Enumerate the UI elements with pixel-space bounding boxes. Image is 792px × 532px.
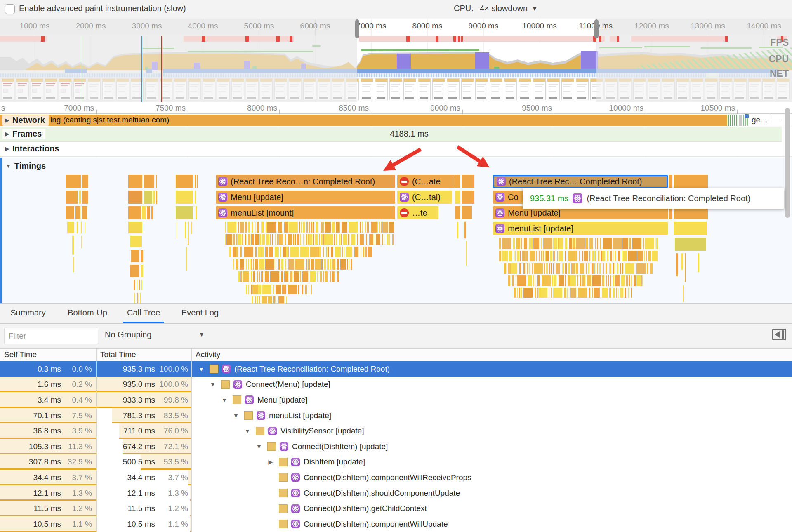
timing-mark[interactable] — [546, 263, 548, 274]
timing-mark[interactable] — [328, 247, 329, 257]
timing-mark[interactable] — [630, 238, 631, 249]
timing-mark[interactable] — [177, 222, 177, 238]
header-total-time[interactable]: Total Time — [100, 350, 136, 359]
timing-mark[interactable] — [618, 251, 620, 261]
timing-mark[interactable] — [641, 275, 642, 286]
timing-mark[interactable] — [288, 247, 289, 257]
timing-mark[interactable] — [248, 222, 250, 233]
timing-mark[interactable] — [551, 288, 552, 298]
timing-mark[interactable] — [538, 288, 547, 298]
timing-mark[interactable] — [533, 238, 539, 249]
timing-mark[interactable] — [295, 234, 296, 245]
timing-mark[interactable] — [67, 222, 74, 233]
timing-mark[interactable] — [66, 175, 81, 188]
timing-mark[interactable] — [371, 222, 377, 233]
timing-mark[interactable] — [589, 288, 590, 298]
timing-mark[interactable] — [565, 275, 566, 286]
timing-mark[interactable] — [270, 271, 279, 282]
timing-mark[interactable] — [284, 222, 288, 233]
timing-mark[interactable] — [629, 238, 630, 249]
disclosure-right-icon[interactable]: ▶ — [266, 459, 275, 465]
timing-mark[interactable] — [556, 263, 560, 274]
timing-mark[interactable] — [308, 234, 309, 245]
timing-mark[interactable] — [261, 271, 263, 282]
timing-mark[interactable] — [258, 285, 261, 294]
timing-mark[interactable] — [240, 222, 244, 233]
timing-mark[interactable] — [514, 251, 514, 261]
timing-mark[interactable] — [675, 238, 706, 251]
timing-mark[interactable] — [336, 222, 339, 233]
timing-mark[interactable] — [303, 222, 305, 233]
timing-mark[interactable] — [272, 234, 273, 245]
timing-mark[interactable] — [517, 251, 519, 261]
table-row[interactable]: 34.4 ms3.7 %34.4 ms3.7 %Connect(DishItem… — [0, 470, 792, 485]
timing-mark[interactable] — [317, 271, 318, 282]
timing-mark[interactable] — [608, 275, 609, 286]
timing-mark[interactable] — [543, 238, 552, 249]
timing-mark[interactable] — [621, 275, 625, 286]
timing-mark[interactable] — [141, 265, 143, 277]
timing-mark[interactable] — [376, 234, 380, 245]
timing-mark[interactable] — [302, 285, 303, 294]
timing-mark[interactable] — [330, 271, 331, 282]
timing-mark[interactable] — [613, 263, 614, 274]
timing-mark[interactable] — [517, 288, 518, 298]
timing-mark[interactable] — [259, 259, 264, 270]
timing-mark[interactable] — [568, 251, 577, 261]
timing-mark[interactable] — [592, 238, 593, 249]
timing-mark[interactable] — [245, 222, 247, 233]
timing-mark[interactable] — [323, 222, 324, 233]
timing-mark[interactable] — [258, 247, 264, 257]
timing-mark[interactable] — [252, 222, 253, 233]
timing-mark[interactable] — [351, 259, 352, 270]
timing-mark[interactable] — [319, 247, 321, 257]
filmstrip-thumbnail[interactable] — [361, 78, 373, 100]
timing-mark[interactable] — [339, 234, 340, 245]
timing-mark[interactable] — [613, 238, 622, 249]
timing-mark[interactable] — [389, 234, 390, 245]
timing-mark[interactable] — [519, 288, 520, 298]
tab-bottom-up[interactable]: Bottom-Up — [63, 308, 112, 318]
timing-mark[interactable] — [176, 175, 193, 188]
timing-mark[interactable] — [365, 222, 366, 233]
timing-mark[interactable] — [466, 241, 467, 266]
timing-mark[interactable] — [319, 234, 320, 245]
timing-mark[interactable] — [570, 275, 576, 286]
timing-mark[interactable] — [377, 222, 378, 233]
timing-mark[interactable] — [323, 234, 324, 245]
timing-mark[interactable] — [542, 275, 551, 286]
timing-mark[interactable] — [351, 234, 355, 245]
timing-mark[interactable] — [185, 222, 186, 238]
timing-mark[interactable] — [137, 293, 138, 303]
table-row[interactable]: 11.5 ms1.2 %11.5 ms1.2 %Connect(DishItem… — [0, 501, 792, 516]
timing-mark[interactable] — [587, 275, 591, 286]
header-self-time[interactable]: Self Time — [4, 350, 37, 359]
timing-mark[interactable] — [631, 288, 632, 298]
timing-mark[interactable] — [517, 275, 526, 286]
timing-mark[interactable] — [79, 191, 81, 204]
timing-mark[interactable] — [522, 251, 528, 261]
timing-mark[interactable] — [546, 251, 549, 261]
timing-mark[interactable] — [559, 238, 563, 249]
timing-mark[interactable] — [600, 238, 601, 249]
timing-mark[interactable] — [647, 263, 648, 274]
timing-mark[interactable] — [278, 296, 284, 303]
timing-mark[interactable] — [539, 251, 540, 261]
timing-mark[interactable] — [597, 263, 598, 274]
timing-mark[interactable] — [139, 280, 140, 290]
timing-mark[interactable] — [82, 175, 88, 188]
timing-mark[interactable] — [513, 238, 515, 249]
tab-summary[interactable]: Summary — [7, 308, 49, 318]
timing-mark[interactable] — [524, 238, 527, 249]
timing-mark[interactable] — [341, 234, 342, 245]
timing-mark[interactable] — [520, 251, 521, 261]
timing-mark[interactable] — [256, 247, 257, 257]
timing-mark[interactable] — [537, 275, 540, 286]
timing-mark[interactable] — [530, 251, 535, 261]
timing-mark[interactable] — [255, 247, 256, 257]
timing-mark[interactable] — [634, 275, 636, 286]
timing-mark[interactable] — [302, 271, 308, 282]
timing-mark[interactable] — [285, 259, 286, 270]
timing-mark[interactable] — [140, 293, 141, 303]
timing-mark[interactable] — [543, 251, 544, 261]
